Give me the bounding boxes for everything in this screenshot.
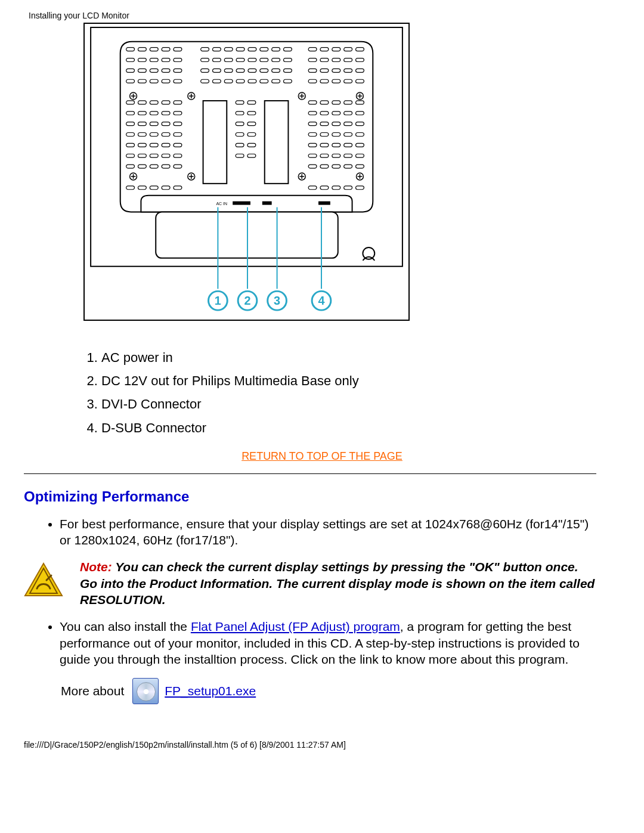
legend-item-4: D-SUB Connector [101, 417, 620, 438]
monitor-rear-figure: AC IN 1 2 3 [83, 23, 620, 323]
legend-item-3: DVI-D Connector [101, 394, 620, 414]
note-text: Note: You can check the current display … [80, 559, 596, 608]
fp-adjust-link[interactable]: Flat Panel Adjust (FP Adjust) program [191, 620, 400, 633]
performance-bullets-2: You can also install the Flat Panel Adju… [42, 618, 596, 667]
footer-path: file:///D|/Grace/150P2/english/150p2m/in… [24, 740, 620, 750]
svg-rect-190 [265, 101, 289, 184]
bullet-fpadjust: You can also install the Flat Panel Adju… [60, 618, 596, 667]
legend-item-2: DC 12V out for Philips Multimedia Base o… [101, 370, 620, 391]
svg-text:1: 1 [215, 294, 221, 307]
performance-bullets: For best performance, ensure that your d… [42, 516, 596, 549]
connector-legend: AC power in DC 12V out for Philips Multi… [78, 347, 620, 438]
more-about-label: More about [61, 684, 124, 698]
svg-text:3: 3 [274, 294, 280, 307]
note-label: Note: [80, 560, 112, 574]
legend-item-1: AC power in [101, 347, 620, 368]
svg-rect-194 [318, 202, 330, 205]
note-body: You can check the current display settin… [80, 560, 595, 606]
section-heading-optimizing: Optimizing Performance [24, 488, 620, 505]
svg-text:AC IN: AC IN [216, 202, 227, 206]
svg-rect-192 [233, 202, 250, 205]
svg-text:4: 4 [318, 294, 324, 307]
return-to-top-link[interactable]: RETURN TO TOP OF THE PAGE [24, 450, 620, 463]
svg-text:2: 2 [244, 294, 250, 307]
page-header: Installing your LCD Monitor [29, 11, 620, 20]
fp-setup-exe-link[interactable]: FP_setup01.exe [165, 684, 256, 698]
cd-icon [132, 678, 159, 704]
svg-rect-193 [262, 202, 272, 205]
note-row: Note: You can check the current display … [24, 559, 596, 608]
svg-rect-189 [203, 101, 227, 184]
warning-icon [24, 562, 63, 599]
section-divider [24, 473, 596, 474]
bullet-resolution: For best performance, ensure that your d… [60, 516, 596, 549]
document-page: Installing your LCD Monitor [0, 0, 644, 761]
bullet-fpadjust-pre: You can also install the [60, 620, 191, 633]
monitor-rear-svg: AC IN 1 2 3 [83, 23, 410, 321]
more-about-row: More about FP_setup01.exe [61, 678, 620, 704]
